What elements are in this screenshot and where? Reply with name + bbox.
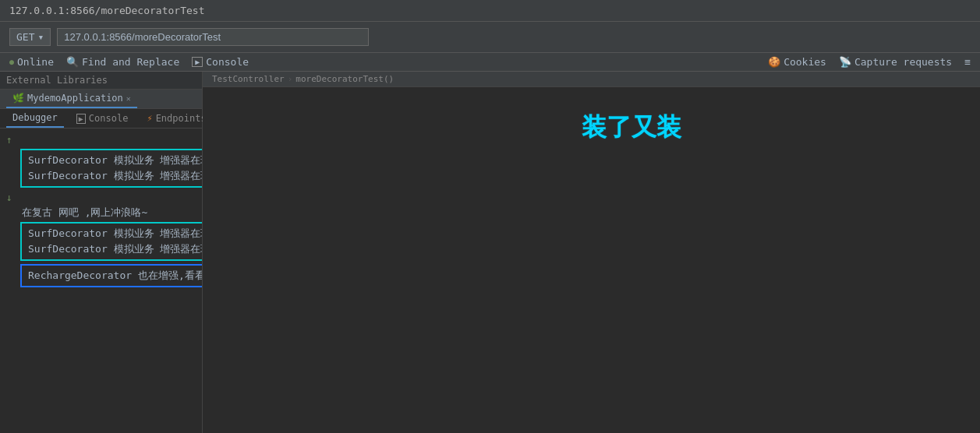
left-console-area: ↑ SurfDecorator 模拟业务 增强器在玩一点很新的东西,可能是一些额…	[0, 128, 202, 433]
blue-box-1: RechargeDecorator 也在增强,看看这个货卡里面充了有多少,就来上…	[0, 262, 202, 289]
http-method-label: GET	[16, 31, 34, 43]
debugger-tab-bar: Debugger ▶ Console ⚡ Endpoints ≡ ▷ ↓ ↑ ↑…	[0, 109, 202, 128]
plain-gutter	[0, 205, 19, 220]
recharge-decorator-text-1: RechargeDecorator 也在增强,看看这个货卡里面充了有多少,就来上…	[28, 269, 202, 281]
url-bar: 127.0.0.1:8566/moreDecoratorTest	[0, 0, 980, 22]
right-content: 装了又装	[203, 87, 980, 433]
down-arrow-gutter: ↓	[0, 189, 19, 205]
up-arrow-row: ↑	[0, 132, 202, 147]
tab-label: MydemoApplication	[27, 93, 123, 104]
up-arrow-gutter: ↑	[0, 132, 19, 147]
console-button[interactable]: ▶ Console	[192, 56, 249, 68]
console-tab-icon: ▶	[76, 114, 86, 124]
surf-decorator-line-4: SurfDecorator 模拟业务 增强器在玩一点很新的东西,可能是一些额外的…	[28, 241, 202, 257]
surf-decorator-text-4: SurfDecorator 模拟业务 增强器在玩一点很新的东西,可能是一些额外的…	[28, 243, 202, 255]
find-replace-label: Find and Replace	[82, 56, 179, 68]
find-replace-button[interactable]: 🔍 Find and Replace	[66, 56, 179, 68]
cyan-box-1: SurfDecorator 模拟业务 增强器在玩一点很新的东西,可能是一些额外的…	[0, 147, 202, 189]
toolbar-row: ● Online 🔍 Find and Replace ▶ Console 🍪 …	[0, 53, 980, 72]
down-arrow-row: ↓	[0, 189, 202, 205]
toolbar-right: 🍪 Cookies 📡 Capture requests ≡	[768, 56, 971, 68]
surf-decorator-line-3: SurfDecorator 模拟业务 增强器在玩一点很新的东西,可能是一些额外的…	[28, 226, 202, 241]
breadcrumb-method: moreDecoratorTest()	[295, 74, 394, 84]
plain-text: 在复古 网吧 ,网上冲浪咯~	[19, 205, 202, 220]
console-icon: ▶	[192, 57, 203, 67]
method-bar: GET ▾	[0, 22, 980, 53]
app-container: 127.0.0.1:8566/moreDecoratorTest GET ▾ ●…	[0, 0, 980, 433]
chevron-down-icon: ▾	[37, 31, 44, 43]
surf-decorator-text-1: SurfDecorator 模拟业务 增强器在玩一点很新的东西,可能是一些额外的…	[28, 154, 202, 166]
search-icon: 🔍	[66, 56, 79, 68]
app-icon: 🌿	[12, 93, 24, 104]
recharge-decorator-line-1: RechargeDecorator 也在增强,看看这个货卡里面充了有多少,就来上…	[28, 268, 202, 283]
cyan-box-2: SurfDecorator 模拟业务 增强器在玩一点很新的东西,可能是一些额外的…	[0, 220, 202, 262]
tab-close-icon[interactable]: ✕	[126, 94, 131, 103]
online-label: Online	[17, 56, 54, 68]
cookies-label: Cookies	[784, 56, 826, 68]
external-libraries-label: External Libraries	[6, 75, 108, 86]
online-dot: ●	[9, 58, 14, 66]
more-icon: ≡	[964, 56, 971, 68]
gutter-cyan2	[0, 220, 19, 262]
surf-decorator-line-2: SurfDecorator 模拟业务 增强器在玩一点很新的东西,可能是一些额外的…	[28, 168, 202, 184]
tab-debugger[interactable]: Debugger	[6, 109, 64, 128]
url-input[interactable]	[57, 28, 369, 46]
endpoints-icon: ⚡	[147, 113, 152, 124]
online-indicator: ● Online	[9, 56, 54, 68]
console-tab-label: Console	[89, 113, 129, 124]
surf-decorator-text-3: SurfDecorator 模拟业务 增强器在玩一点很新的东西,可能是一些额外的…	[28, 227, 202, 239]
gutter-cyan1	[0, 147, 19, 189]
overlay-text: 装了又装	[582, 111, 681, 145]
breadcrumb-controller: TestController	[212, 74, 285, 84]
capture-label: Capture requests	[854, 56, 952, 68]
toolbar-left: ● Online 🔍 Find and Replace ▶ Console	[9, 56, 249, 68]
http-method-select[interactable]: GET ▾	[9, 28, 51, 46]
up-arrow-icon: ↑	[6, 134, 12, 146]
right-panel: TestController › moreDecoratorTest() 装了又…	[203, 72, 980, 433]
blue-bordered-group-1: RechargeDecorator 也在增强,看看这个货卡里面充了有多少,就来上…	[20, 264, 202, 287]
cookies-icon: 🍪	[768, 56, 780, 68]
endpoints-tab-label: Endpoints	[156, 113, 207, 124]
surf-decorator-line-1: SurfDecorator 模拟业务 增强器在玩一点很新的东西,可能是一些额外的…	[28, 153, 202, 168]
tab-endpoints[interactable]: ⚡ Endpoints	[140, 110, 212, 127]
content-row: External Libraries 🌿 MydemoApplication ✕…	[0, 72, 980, 433]
breadcrumb: TestController › moreDecoratorTest()	[203, 72, 980, 87]
more-options-button[interactable]: ≡	[964, 56, 971, 68]
mydemoapplication-tab[interactable]: 🌿 MydemoApplication ✕	[6, 90, 137, 108]
plain-line-row: 在复古 网吧 ,网上冲浪咯~	[0, 205, 202, 220]
external-libraries-header: External Libraries	[0, 72, 202, 90]
left-sidebar: External Libraries 🌿 MydemoApplication ✕…	[0, 72, 203, 433]
breadcrumb-sep: ›	[288, 74, 293, 84]
debugger-label: Debugger	[12, 112, 58, 123]
console-label: Console	[206, 56, 249, 68]
capture-icon: 📡	[839, 56, 851, 68]
cookies-button[interactable]: 🍪 Cookies	[768, 56, 826, 68]
down-arrow-icon: ↓	[6, 192, 12, 203]
cyan-bordered-group-2: SurfDecorator 模拟业务 增强器在玩一点很新的东西,可能是一些额外的…	[20, 222, 202, 261]
cyan-bordered-group-1: SurfDecorator 模拟业务 增强器在玩一点很新的东西,可能是一些额外的…	[20, 149, 202, 188]
capture-button[interactable]: 📡 Capture requests	[839, 56, 952, 68]
file-tabs: 🌿 MydemoApplication ✕	[0, 90, 202, 109]
gutter-blue1	[0, 262, 19, 289]
browser-url: 127.0.0.1:8566/moreDecoratorTest	[9, 5, 204, 16]
tab-console[interactable]: ▶ Console	[70, 110, 135, 127]
surf-decorator-text-2: SurfDecorator 模拟业务 增强器在玩一点很新的东西,可能是一些额外的…	[28, 170, 202, 181]
